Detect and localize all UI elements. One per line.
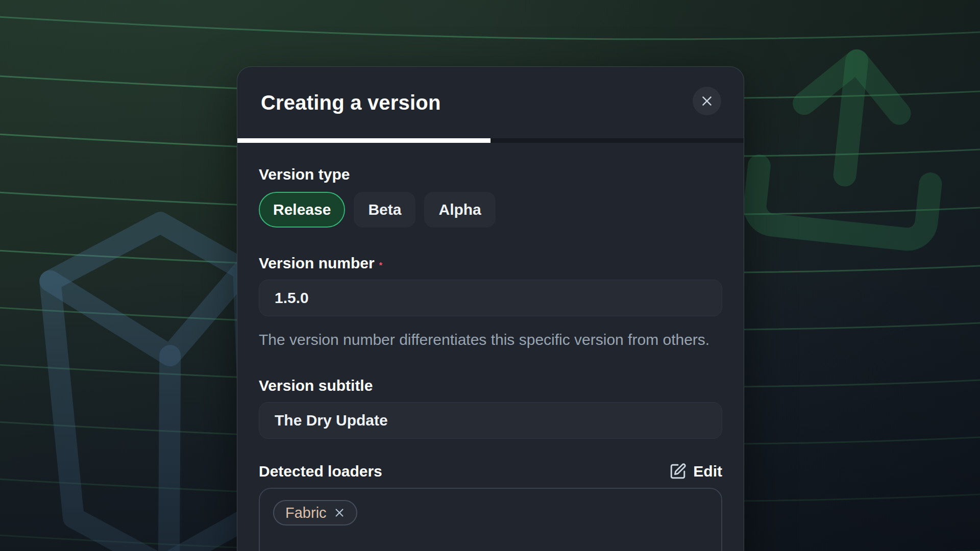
loader-chip-fabric[interactable]: Fabric (273, 500, 357, 525)
progress-bar-fill (237, 138, 491, 143)
loader-chip-label: Fabric (285, 505, 327, 521)
version-number-label-row: Version number * (259, 254, 722, 272)
version-type-release-button[interactable]: Release (259, 192, 345, 228)
progress-bar (237, 138, 744, 143)
upload-arrow-icon (722, 20, 974, 273)
version-number-label: Version number (259, 254, 375, 272)
modal-body: Version type Release Beta Alpha Version … (237, 143, 744, 551)
version-number-input[interactable] (259, 280, 722, 316)
version-subtitle-label: Version subtitle (259, 377, 722, 395)
close-icon (700, 94, 714, 108)
edit-loaders-button[interactable]: Edit (669, 463, 722, 480)
modal-title: Creating a version (261, 91, 441, 114)
remove-loader-icon[interactable] (334, 507, 345, 518)
close-button[interactable] (693, 87, 721, 115)
version-type-beta-button[interactable]: Beta (354, 192, 415, 228)
create-version-modal: Creating a version Version type Release … (237, 66, 744, 551)
version-type-alpha-button[interactable]: Alpha (424, 192, 495, 228)
version-type-options: Release Beta Alpha (259, 192, 722, 228)
version-type-label: Version type (259, 165, 722, 184)
required-asterisk: * (379, 261, 382, 270)
detected-loaders-label: Detected loaders (259, 462, 382, 481)
version-subtitle-input[interactable] (259, 402, 722, 439)
edit-button-label: Edit (693, 463, 722, 480)
modal-header: Creating a version (237, 67, 744, 138)
edit-icon (669, 463, 687, 480)
detected-loaders-row: Detected loaders Edit (259, 462, 722, 481)
version-number-help: The version number differentiates this s… (259, 330, 713, 350)
loaders-container: Fabric (259, 488, 722, 551)
